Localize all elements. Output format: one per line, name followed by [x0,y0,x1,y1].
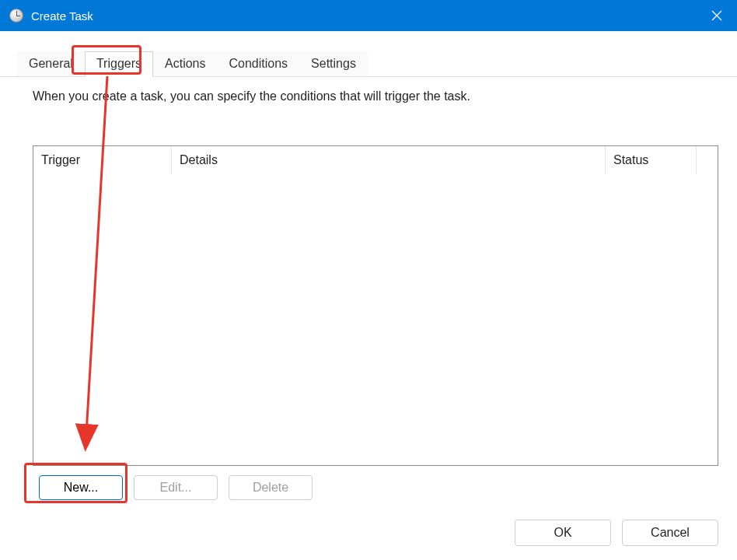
clock-icon [9,9,23,23]
button-row: New... Edit... Delete [33,475,718,500]
tab-actions[interactable]: Actions [153,51,217,76]
cancel-button[interactable]: Cancel [622,520,718,546]
tab-strip: General Triggers Actions Conditions Sett… [0,31,737,77]
tab-conditions[interactable]: Conditions [217,51,299,76]
tab-panel-triggers: When you create a task, you can specify … [0,77,737,513]
column-header-spacer [696,146,718,174]
column-header-status[interactable]: Status [606,146,696,174]
titlebar-left: Create Task [9,9,93,23]
content-area: General Triggers Actions Conditions Sett… [0,31,737,560]
column-header-details[interactable]: Details [172,146,606,174]
titlebar: Create Task [0,0,737,31]
window-title: Create Task [31,9,93,23]
panel-description: When you create a task, you can specify … [33,89,718,103]
triggers-table: Trigger Details Status [33,145,718,466]
tab-general[interactable]: General [17,51,85,76]
new-button[interactable]: New... [39,475,123,500]
table-header: Trigger Details Status [33,146,718,174]
table-body[interactable] [33,174,718,465]
edit-button: Edit... [134,475,218,500]
close-icon [711,10,722,21]
column-header-trigger[interactable]: Trigger [33,146,172,174]
tab-triggers[interactable]: Triggers [85,51,153,77]
close-button[interactable] [697,0,737,31]
delete-button: Delete [229,475,313,500]
ok-button[interactable]: OK [515,520,611,546]
tab-settings[interactable]: Settings [299,51,368,76]
dialog-buttons: OK Cancel [515,520,718,546]
